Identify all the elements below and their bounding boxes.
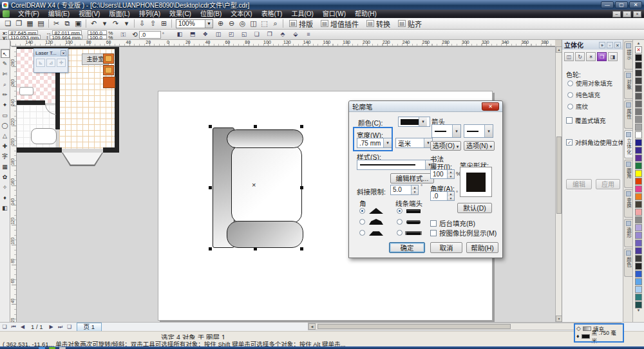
palette-swatch[interactable]: [635, 193, 642, 201]
zoom-tool[interactable]: ⌕: [1, 80, 10, 89]
app-launcher-icon[interactable]: ⊞: [158, 19, 169, 28]
vertical-ruler[interactable]: 28026024022020018016014012010080604020: [10, 46, 17, 322]
menu-item[interactable]: 视图(V): [74, 10, 104, 18]
mirror-h-icon[interactable]: ◧: [175, 30, 185, 39]
add-page-icon[interactable]: ❏: [0, 324, 9, 330]
horizontal-ruler[interactable]: 1401201008060402002040608010012014016018…: [10, 40, 555, 46]
palette-swatch[interactable]: [635, 294, 642, 301]
lock-ratio-icon[interactable]: ⚿: [118, 30, 128, 39]
intersect-icon[interactable]: ◱: [239, 30, 249, 39]
docker-edit-button[interactable]: 编辑: [566, 179, 592, 189]
palette-swatch[interactable]: [635, 255, 642, 263]
close-icon[interactable]: ✕: [61, 50, 66, 56]
palette-swatch[interactable]: [635, 263, 642, 270]
edit-style-button[interactable]: 编辑样式...: [390, 173, 434, 184]
pick-tool[interactable]: ↖: [1, 49, 10, 58]
arrow-options-left-button[interactable]: 选项(O) ▾: [430, 141, 461, 151]
docker-tab[interactable]: 提示: [624, 41, 632, 70]
palette-scroll-up-icon[interactable]: ▲: [637, 41, 641, 46]
toolbar-text-button[interactable]: ▤ 排版: [285, 19, 317, 28]
zoom-out-icon[interactable]: ⊖: [226, 19, 237, 28]
docker-radio[interactable]: 纯色填充: [567, 90, 600, 99]
chevron-down-icon[interactable]: ▾: [452, 125, 460, 137]
docker-tab[interactable]: 圆角: [624, 160, 632, 188]
menu-item[interactable]: 排列(A): [135, 10, 165, 18]
palette-swatch[interactable]: [635, 278, 642, 286]
palette-swatch[interactable]: [635, 116, 642, 124]
toolbar-text-button[interactable]: ▤ 转换: [363, 19, 394, 28]
mdi-close-button[interactable]: ×: [633, 11, 641, 17]
selection-handle[interactable]: [254, 125, 257, 128]
eyedropper-tool[interactable]: ✧: [1, 183, 10, 192]
toolbar-text-button[interactable]: ▤ 贴齐: [394, 19, 426, 28]
ok-button[interactable]: 确定: [389, 242, 425, 253]
taskbar-icon[interactable]: [59, 347, 66, 349]
palette-swatch[interactable]: [635, 201, 642, 209]
vertical-scrollbar[interactable]: ▲ ▼: [555, 46, 562, 322]
ellipse-tool[interactable]: ◯: [1, 121, 10, 130]
undo-dropdown-icon[interactable]: ▾: [99, 19, 110, 28]
palette-swatch[interactable]: [635, 224, 642, 232]
polygon-tool[interactable]: △: [1, 131, 10, 140]
scrollbar-thumb[interactable]: [317, 324, 511, 329]
docker-close-icon[interactable]: ✕: [614, 42, 621, 48]
palette-swatch[interactable]: [635, 170, 642, 178]
selection-handle[interactable]: [209, 186, 212, 189]
zoom-level-combo[interactable]: 100% ▼: [176, 19, 213, 28]
width-unit-combo[interactable]: 毫米 ▾: [395, 138, 433, 148]
palette-swatch[interactable]: [635, 62, 642, 70]
palette-swatch[interactable]: [635, 240, 642, 247]
palette-scroll-down-icon[interactable]: ▼: [637, 308, 641, 313]
palette-swatch[interactable]: [635, 124, 642, 131]
menu-item[interactable]: 窗口(W): [318, 10, 350, 18]
palette-swatch[interactable]: [635, 54, 642, 62]
floor-plan-drawing[interactable]: 主卧室: [17, 47, 120, 168]
docker-tab[interactable]: 颜色: [624, 249, 632, 277]
shape-tool[interactable]: ✎: [1, 59, 10, 68]
selection-handle[interactable]: [209, 125, 212, 128]
new-icon[interactable]: ❏: [3, 19, 14, 28]
arrow-options-right-button[interactable]: 选项(N) ▾: [464, 141, 495, 151]
group-icon[interactable]: ❏: [252, 30, 262, 39]
palette-swatch[interactable]: [635, 162, 642, 170]
docker-tab[interactable]: 变换: [624, 189, 632, 218]
menu-item[interactable]: 工具(O): [287, 10, 317, 18]
next-page-icon[interactable]: ▶: [47, 324, 56, 330]
scale-with-image-checkbox[interactable]: 按图像比例显示(M): [430, 228, 497, 238]
start-arrow-combo[interactable]: ▾: [431, 124, 461, 138]
palette-swatch[interactable]: [635, 209, 642, 216]
menu-item[interactable]: 位图(B): [196, 10, 226, 18]
palette-swatch[interactable]: [635, 270, 642, 278]
corner-bevel-radio[interactable]: [359, 228, 383, 238]
outline-color-combo[interactable]: ▾: [398, 117, 430, 127]
table-tool[interactable]: ▦: [1, 162, 10, 171]
selection-handle[interactable]: [300, 125, 303, 128]
y-position-field[interactable]: 110.053 mm: [8, 35, 41, 39]
behind-fill-checkbox[interactable]: 后台填充(B): [430, 218, 475, 228]
x-position-field[interactable]: 87.645 mm: [8, 30, 38, 35]
object-width-field[interactable]: 82.011 mm: [52, 30, 82, 35]
miter-limit-spinner[interactable]: 5.0 ▲▼: [390, 185, 419, 195]
zoom-page-icon[interactable]: ⬚: [259, 19, 270, 28]
object-height-field[interactable]: 109.664 mm: [50, 35, 82, 39]
laser-tool-2-icon[interactable]: ⊿: [46, 59, 55, 67]
cap-round-radio[interactable]: [397, 217, 421, 227]
outline-width-icon[interactable]: ≡: [303, 30, 314, 39]
to-front-icon[interactable]: ⬘: [278, 30, 288, 39]
first-page-icon[interactable]: ⏮: [9, 324, 18, 330]
docker-apply-button[interactable]: 应用: [596, 179, 620, 189]
redo-icon[interactable]: ↷: [110, 19, 121, 28]
docker-tab[interactable]: 立体化: [624, 130, 632, 158]
horizontal-scrollbar[interactable]: ◀ ▶: [308, 323, 621, 330]
last-page-icon[interactable]: ⏭: [56, 324, 65, 330]
extrude-color-icon[interactable]: ❒: [597, 52, 607, 61]
menu-item[interactable]: 表格(T): [257, 10, 287, 18]
palette-swatch[interactable]: [635, 46, 642, 54]
chevron-down-icon[interactable]: ▼: [205, 20, 213, 28]
docker-tab[interactable]: 属性: [624, 100, 632, 129]
palette-swatch[interactable]: [635, 131, 642, 139]
mdi-restore-button[interactable]: ▫: [623, 11, 631, 17]
menu-item[interactable]: 帮助(H): [350, 10, 381, 18]
zoom-width-icon[interactable]: ⌕: [270, 19, 281, 28]
zoom-in-icon[interactable]: ⊕: [215, 19, 226, 28]
